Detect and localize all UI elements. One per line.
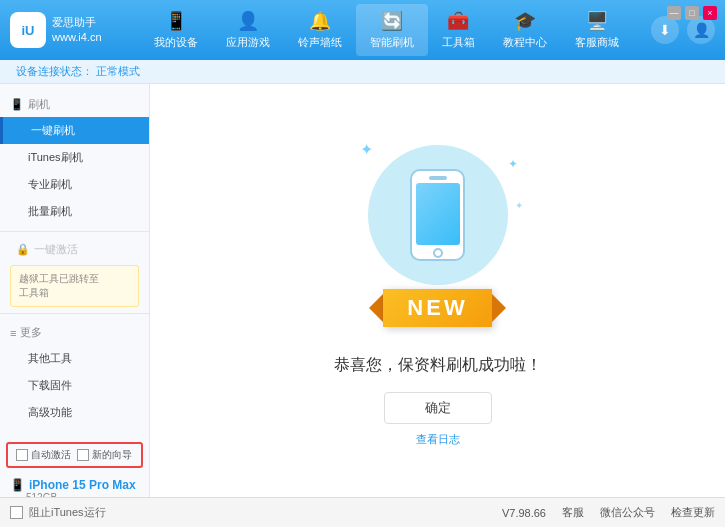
apps-games-icon: 👤: [237, 10, 259, 32]
sidebar-divider-1: [0, 231, 149, 232]
sidebar-header-more: ≡ 更多: [0, 320, 149, 345]
header-actions: ⬇ 👤: [651, 16, 715, 44]
sidebar-item-other-tools[interactable]: 其他工具: [0, 345, 149, 372]
more-section-icon: ≡: [10, 327, 16, 339]
nav-tab-tutorial[interactable]: 🎓 教程中心: [489, 4, 561, 56]
close-button[interactable]: ×: [703, 6, 717, 20]
sparkle-icon-1: ✦: [360, 140, 373, 159]
my-device-icon: 📱: [165, 10, 187, 32]
sidebar-section-more: ≡ 更多 其他工具 下载固件 高级功能: [0, 320, 149, 426]
main-layout: 📱 刷机 一键刷机 iTunes刷机 专业刷机 批量刷机: [0, 84, 725, 497]
new-badge: NEW: [383, 289, 491, 327]
auto-activate-checkbox[interactable]: [16, 449, 28, 461]
logo-icon: iU: [10, 12, 46, 48]
sidebar-item-advanced[interactable]: 高级功能: [0, 399, 149, 426]
download-button[interactable]: ⬇: [651, 16, 679, 44]
merchant-icon: 🖥️: [586, 10, 608, 32]
new-ribbon-container: NEW: [348, 289, 528, 327]
version-label: V7.98.66: [502, 507, 546, 519]
lock-icon: 🔒: [16, 243, 30, 256]
nav-tab-toolbox[interactable]: 🧰 工具箱: [428, 4, 489, 56]
sidebar-item-batch-flash[interactable]: 批量刷机: [0, 198, 149, 225]
success-illustration: ✦ ✦ ✦ NEW: [348, 135, 528, 335]
sidebar-section-flash: 📱 刷机 一键刷机 iTunes刷机 专业刷机 批量刷机: [0, 92, 149, 225]
logo-icon-text: iU: [22, 23, 35, 38]
phone-body: [410, 169, 465, 261]
nav-tabs: 📱 我的设备 👤 应用游戏 🔔 铃声墙纸 🔄 智能刷机 🧰 工具箱 🎓: [122, 4, 651, 56]
logo: iU 爱思助手 www.i4.cn: [10, 12, 102, 48]
success-message: 恭喜您，保资料刷机成功啦！: [334, 355, 542, 376]
phone-home: [433, 248, 443, 258]
phone-notch: [429, 176, 447, 180]
sparkle-icon-2: ✦: [508, 157, 518, 171]
device-storage: 512GB: [10, 492, 139, 497]
ringtones-icon: 🔔: [309, 10, 331, 32]
phone-circle: [368, 145, 508, 285]
sparkle-icon-3: ✦: [515, 200, 523, 211]
nav-tab-merchant[interactable]: 🖥️ 客服商城: [561, 4, 633, 56]
window-controls: — □ ×: [667, 6, 717, 20]
tutorial-icon: 🎓: [514, 10, 536, 32]
sidebar-item-itunes-flash[interactable]: iTunes刷机: [0, 144, 149, 171]
ribbon-right-arrow: [492, 294, 506, 322]
guide-checkbox-label[interactable]: 新的向导: [77, 448, 132, 462]
wechat-link[interactable]: 微信公众号: [600, 505, 655, 520]
auto-activate-row: 自动激活 新的向导: [6, 442, 143, 468]
block-itunes-checkbox[interactable]: [10, 506, 23, 519]
sidebar-section-activate: 🔒 一键激活 越狱工具已跳转至工具箱: [0, 238, 149, 307]
sidebar-disabled-activate: 🔒 一键激活: [0, 238, 149, 261]
new-ribbon-wrapper: NEW: [369, 289, 505, 327]
flash-section-icon: 📱: [10, 98, 24, 111]
header: iU 爱思助手 www.i4.cn 📱 我的设备 👤 应用游戏 🔔 铃声墙纸 🔄: [0, 0, 725, 60]
auto-activate-checkbox-label[interactable]: 自动激活: [16, 448, 71, 462]
sidebar-header-flash: 📱 刷机: [0, 92, 149, 117]
logo-text: 爱思助手 www.i4.cn: [52, 15, 102, 46]
sidebar-item-one-key-flash[interactable]: 一键刷机: [0, 117, 149, 144]
more-section-label: 更多: [20, 325, 42, 340]
bottom-right: V7.98.66 客服 微信公众号 检查更新: [502, 505, 715, 520]
device-info: 📱 iPhone 15 Pro Max 512GB iPhone: [0, 472, 149, 497]
view-log-link[interactable]: 查看日志: [416, 432, 460, 447]
phone-screen: [416, 183, 460, 245]
sidebar-divider-2: [0, 313, 149, 314]
minimize-button[interactable]: —: [667, 6, 681, 20]
ribbon-left-arrow: [369, 294, 383, 322]
bottom-bar: 阻止iTunes运行 V7.98.66 客服 微信公众号 检查更新: [0, 497, 725, 527]
customer-service-link[interactable]: 客服: [562, 505, 584, 520]
sidebar-notice-jailbreak: 越狱工具已跳转至工具箱: [10, 265, 139, 307]
maximize-button[interactable]: □: [685, 6, 699, 20]
confirm-button[interactable]: 确定: [384, 392, 492, 424]
user-button[interactable]: 👤: [687, 16, 715, 44]
nav-tab-ringtones[interactable]: 🔔 铃声墙纸: [284, 4, 356, 56]
nav-tab-apps-games[interactable]: 👤 应用游戏: [212, 4, 284, 56]
smart-flash-icon: 🔄: [381, 10, 403, 32]
nav-tab-my-device[interactable]: 📱 我的设备: [140, 4, 212, 56]
breadcrumb: 设备连接状态： 正常模式: [0, 60, 725, 84]
sidebar: 📱 刷机 一键刷机 iTunes刷机 专业刷机 批量刷机: [0, 84, 150, 497]
bottom-left: 阻止iTunes运行: [10, 505, 106, 520]
toolbox-icon: 🧰: [447, 10, 469, 32]
sidebar-item-download-firmware[interactable]: 下载固件: [0, 372, 149, 399]
device-name: 📱 iPhone 15 Pro Max: [10, 478, 139, 492]
guide-checkbox[interactable]: [77, 449, 89, 461]
sidebar-item-pro-flash[interactable]: 专业刷机: [0, 171, 149, 198]
device-icon: 📱: [10, 478, 25, 492]
content-area: ✦ ✦ ✦ NEW 恭喜您，保资料刷机成功啦！ 确定: [150, 84, 725, 497]
flash-section-label: 刷机: [28, 97, 50, 112]
check-update-link[interactable]: 检查更新: [671, 505, 715, 520]
nav-tab-smart-flash[interactable]: 🔄 智能刷机: [356, 4, 428, 56]
